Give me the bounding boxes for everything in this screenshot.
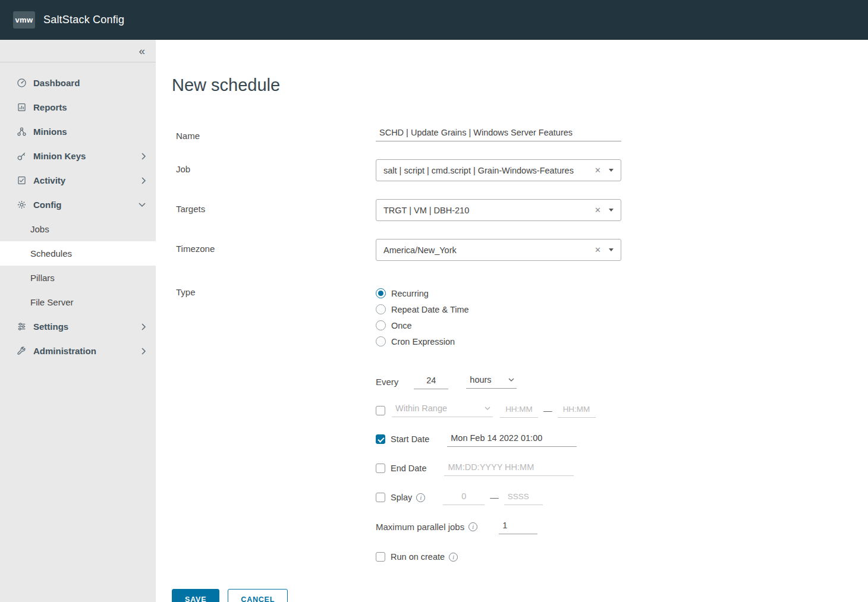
sidebar-item-schedules[interactable]: Schedules — [0, 241, 156, 266]
end-date-label: End Date — [391, 464, 426, 473]
end-date-row: End Date — [376, 461, 844, 476]
run-on-create-checkbox[interactable] — [376, 552, 385, 562]
within-range-row: Within Range — — [376, 403, 844, 418]
sidebar-item-administration[interactable]: Administration — [0, 339, 156, 363]
range-from-input[interactable] — [500, 403, 538, 418]
job-row: Job salt | script | cmd.script | Grain-W… — [172, 159, 844, 181]
radio-once[interactable]: Once — [376, 320, 621, 330]
sidebar-item-label: Config — [33, 200, 61, 210]
info-icon[interactable]: i — [416, 493, 425, 502]
caret-down-icon — [609, 209, 614, 212]
radio-label: Once — [391, 321, 412, 330]
every-label: Every — [376, 377, 398, 387]
chevron-down-icon — [138, 202, 146, 207]
splay-label: Splay — [391, 493, 412, 502]
recurring-options: Every hours Within Range — [376, 374, 844, 562]
radio-icon — [376, 320, 386, 330]
sidebar-item-dashboard[interactable]: Dashboard — [0, 71, 156, 95]
timezone-select-value: America/New_York — [376, 245, 589, 255]
key-icon — [17, 151, 27, 161]
sidebar-collapse-button[interactable]: « — [0, 40, 156, 62]
every-value-input[interactable] — [414, 374, 448, 389]
clear-icon[interactable]: ✕ — [589, 206, 606, 215]
every-row: Every hours — [376, 374, 844, 389]
main-content: New schedule Name Job salt | script | cm… — [156, 40, 868, 602]
info-icon[interactable]: i — [468, 522, 477, 531]
max-parallel-input[interactable] — [499, 519, 537, 534]
app-window: vmw SaltStack Config « Dashboard — [0, 0, 868, 602]
every-unit-select[interactable]: hours — [466, 375, 517, 389]
start-date-label: Start Date — [391, 434, 429, 444]
sidebar-item-reports[interactable]: Reports — [0, 95, 156, 119]
timezone-select[interactable]: America/New_York ✕ — [376, 239, 621, 261]
type-row: Type Recurring Repeat Date & Time — [172, 286, 844, 346]
within-range-checkbox[interactable] — [376, 406, 385, 415]
sidebar-item-label: Administration — [33, 346, 96, 356]
sidebar-item-config[interactable]: Config — [0, 193, 156, 217]
start-date-input[interactable] — [447, 431, 577, 447]
targets-select[interactable]: TRGT | VM | DBH-210 ✕ — [376, 199, 621, 221]
max-parallel-label: Maximum parallel jobs — [376, 522, 464, 532]
page-title: New schedule — [172, 75, 844, 95]
clear-icon[interactable]: ✕ — [589, 166, 606, 175]
info-icon[interactable]: i — [449, 553, 458, 562]
within-range-select[interactable]: Within Range — [392, 404, 493, 417]
sidebar-item-jobs[interactable]: Jobs — [0, 217, 156, 241]
end-date-input[interactable] — [444, 461, 574, 476]
wrench-icon — [17, 346, 27, 356]
radio-label: Repeat Date & Time — [391, 305, 469, 314]
splay-row: Splay i — — [376, 490, 844, 505]
sidebar: « Dashboard Reports — [0, 40, 156, 602]
save-button[interactable]: SAVE — [172, 589, 219, 602]
sidebar-item-label: Reports — [33, 102, 67, 112]
sidebar-subitem-label: Jobs — [30, 224, 49, 234]
sidebar-item-settings[interactable]: Settings — [0, 314, 156, 339]
sidebar-subitem-label: Pillars — [30, 273, 55, 283]
sidebar-item-minions[interactable]: Minions — [0, 119, 156, 144]
app-title: SaltStack Config — [43, 14, 124, 26]
chevron-down-icon — [485, 406, 490, 410]
minions-icon — [17, 127, 27, 137]
sidebar-item-minion-keys[interactable]: Minion Keys — [0, 144, 156, 168]
splay-seconds-input[interactable] — [504, 490, 543, 505]
chevron-right-icon — [141, 176, 146, 185]
gear-icon — [17, 200, 27, 210]
every-unit-value: hours — [470, 375, 491, 384]
max-parallel-row: Maximum parallel jobs i — [376, 519, 844, 534]
sidebar-item-file-server[interactable]: File Server — [0, 290, 156, 314]
cancel-button[interactable]: CANCEL — [228, 589, 288, 602]
radio-cron-expression[interactable]: Cron Expression — [376, 336, 621, 346]
new-schedule-form: Name Job salt | script | cmd.script | Gr… — [172, 126, 844, 602]
splay-dash: — — [490, 493, 499, 502]
reports-icon — [17, 102, 27, 112]
sidebar-item-label: Settings — [33, 322, 68, 332]
range-to-input[interactable] — [558, 403, 596, 418]
job-select[interactable]: salt | script | cmd.script | Grain-Windo… — [376, 159, 621, 181]
targets-row: Targets TRGT | VM | DBH-210 ✕ — [172, 199, 844, 221]
radio-repeat-date-time[interactable]: Repeat Date & Time — [376, 304, 621, 314]
start-date-checkbox[interactable] — [376, 434, 385, 444]
run-on-create-row: Run on create i — [376, 552, 844, 562]
sidebar-item-pillars[interactable]: Pillars — [0, 266, 156, 290]
name-input[interactable] — [376, 126, 621, 141]
end-date-checkbox[interactable] — [376, 464, 385, 473]
radio-icon — [376, 304, 386, 314]
sidebar-subitem-label: File Server — [30, 297, 74, 307]
sidebar-item-activity[interactable]: Activity — [0, 168, 156, 193]
clear-icon[interactable]: ✕ — [589, 245, 606, 254]
start-date-row: Start Date — [376, 431, 844, 447]
vmware-logo: vmw — [13, 11, 35, 29]
job-select-value: salt | script | cmd.script | Grain-Windo… — [376, 166, 589, 175]
range-dash: — — [543, 406, 552, 415]
radio-recurring[interactable]: Recurring — [376, 288, 621, 298]
type-radio-group: Recurring Repeat Date & Time Once — [376, 286, 621, 346]
targets-label: Targets — [172, 199, 376, 221]
targets-select-value: TRGT | VM | DBH-210 — [376, 206, 589, 215]
chevron-right-icon — [141, 347, 146, 355]
splay-value-input[interactable] — [443, 490, 485, 505]
sidebar-item-label: Dashboard — [33, 78, 80, 88]
sidebar-subitem-label: Schedules — [30, 248, 72, 259]
sliders-icon — [17, 322, 27, 332]
splay-checkbox[interactable] — [376, 493, 385, 502]
activity-icon — [17, 175, 27, 185]
